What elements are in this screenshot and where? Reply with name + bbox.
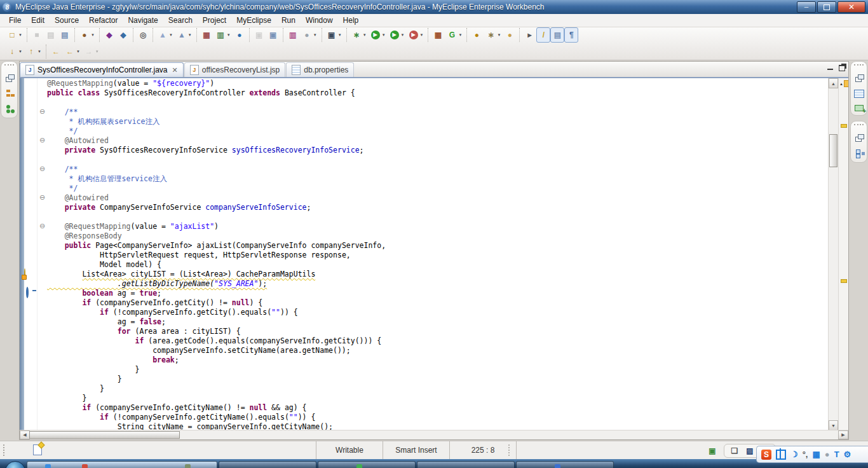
new-webservice-wizard-button[interactable]: ▲▼	[175, 27, 194, 43]
restore-window-icon[interactable]: ❏	[729, 446, 740, 456]
menu-edit[interactable]: Edit	[26, 15, 50, 26]
show-whitespace-button[interactable]: ¶	[564, 27, 578, 43]
taskbar-button-5[interactable]	[516, 461, 614, 468]
start-button[interactable]	[5, 461, 25, 468]
toolbar-search-button[interactable]: ∗▼	[484, 27, 503, 43]
package-explorer-view-icon[interactable]	[4, 88, 15, 99]
punctuation-icon[interactable]: °,	[803, 450, 808, 459]
vertical-scroll-thumb[interactable]	[829, 134, 837, 167]
menu-file[interactable]: File	[4, 15, 26, 26]
restore-view-group-2-icon[interactable]	[854, 133, 864, 143]
editor-tab[interactable]: db.properties	[286, 62, 354, 77]
settings-wrench-icon[interactable]: ⚙	[844, 450, 851, 459]
chinese-mode-icon[interactable]	[776, 450, 786, 460]
refresh-gradle-button[interactable]: G▼	[445, 27, 464, 43]
horizontal-scrollbar[interactable]: ◀ ▶	[20, 430, 848, 439]
vertical-scrollbar[interactable]: ▲ ▼	[828, 78, 838, 430]
folding-ruler[interactable]: ⊖⊖⊖⊖⊖	[37, 78, 47, 430]
restore-view-group-1-icon[interactable]	[854, 73, 864, 83]
fold-collapse-icon[interactable]: ⊖	[37, 221, 47, 231]
fullhalf-moon-icon[interactable]: ☽	[790, 450, 798, 459]
marker-ruler[interactable]	[24, 78, 37, 430]
minimize-button[interactable]: ─	[797, 1, 816, 13]
scroll-down-arrow-icon[interactable]: ▼	[829, 420, 838, 430]
menu-search[interactable]: Search	[163, 15, 198, 26]
export-archive-button[interactable]: ▣	[266, 27, 280, 43]
table-view-icon[interactable]	[854, 90, 864, 98]
open-artifact-button[interactable]: ●	[470, 27, 484, 43]
sync-deploy-button[interactable]: ▦	[200, 27, 214, 43]
show-view-menu-icon[interactable]: ▣	[707, 446, 717, 456]
taskbar-button-4[interactable]	[417, 461, 515, 468]
profile-button[interactable]: ▶▼	[407, 27, 426, 43]
warning-summary-icon[interactable]	[844, 80, 848, 87]
print-button[interactable]: ▤	[58, 27, 72, 43]
drag-handle[interactable]	[854, 64, 864, 67]
warning-marker[interactable]	[841, 279, 847, 283]
previous-annotation-button[interactable]: ↑▼	[24, 44, 43, 59]
fast-view-new-icon[interactable]	[33, 444, 42, 455]
maximize-button[interactable]	[817, 1, 836, 13]
run-external-tools-button[interactable]: ▸	[522, 27, 536, 43]
restore-fast-view-icon[interactable]	[4, 73, 15, 83]
snapshot-button[interactable]: ▣▼	[325, 27, 344, 43]
new-javaee-project-button[interactable]: ●▼	[78, 27, 97, 43]
web-2-0-button[interactable]: ◎	[136, 27, 150, 43]
menu-help[interactable]: Help	[338, 15, 364, 26]
scroll-up-arrow-icon[interactable]: ▲	[829, 78, 838, 88]
person-skin-icon[interactable]: ●	[825, 450, 830, 459]
taskbar-button-1[interactable]	[27, 461, 217, 468]
servers-view-icon[interactable]	[855, 105, 864, 111]
new-report-button[interactable]: ▥	[286, 27, 300, 43]
menu-navigate[interactable]: Navigate	[123, 15, 163, 26]
image-preview-icon[interactable]: ▨	[745, 446, 755, 456]
menu-myeclipse[interactable]: MyEclipse	[231, 15, 276, 26]
drag-handle[interactable]	[4, 64, 14, 67]
scroll-right-arrow-icon[interactable]: ▶	[838, 430, 848, 439]
save-button[interactable]: ■	[30, 27, 44, 43]
minimize-editor-icon[interactable]	[827, 67, 833, 70]
code-editor[interactable]: @RequestMapping(value = "${recovery}")pu…	[47, 78, 828, 430]
close-button[interactable]: ✕	[837, 1, 865, 13]
menu-run[interactable]: Run	[276, 15, 301, 26]
new-java-package-button[interactable]: ◆	[116, 27, 130, 43]
run-history-button[interactable]: ▶▼	[388, 27, 407, 43]
last-edit-location-button[interactable]: ←	[49, 44, 63, 59]
soft-keyboard-icon[interactable]: ▦	[812, 450, 820, 459]
skin-shirt-icon[interactable]: T	[834, 450, 839, 459]
horizontal-scroll-thumb[interactable]	[29, 431, 180, 439]
outline-view-icon[interactable]	[854, 148, 864, 158]
fold-collapse-icon[interactable]: ⊖	[37, 107, 47, 116]
forward-history-button[interactable]: →▼	[82, 44, 101, 59]
new-java-class-button[interactable]: ◆	[102, 27, 116, 43]
warning-marker[interactable]	[841, 124, 847, 128]
new-plugin-button[interactable]: ▦	[431, 27, 445, 43]
close-tab-icon[interactable]: ✕	[172, 67, 178, 74]
taskbar-button-2[interactable]	[219, 461, 316, 468]
key-marker-icon[interactable]	[26, 287, 29, 298]
type-hierarchy-view-icon[interactable]	[4, 104, 15, 114]
editor-tab[interactable]: JofficesRecoveryList.jsp	[184, 62, 286, 77]
back-history-button[interactable]: ←▼	[63, 44, 82, 59]
web-services-explorer-button[interactable]: ●▼	[300, 27, 319, 43]
show-selected-element-button[interactable]: ▤	[550, 27, 564, 43]
fold-collapse-icon[interactable]: ⊖	[37, 164, 47, 174]
drag-handle[interactable]	[854, 124, 864, 127]
run-button[interactable]: ▶▼	[369, 27, 388, 43]
fold-collapse-icon[interactable]: ⊖	[37, 193, 47, 202]
menu-source[interactable]: Source	[50, 15, 84, 26]
scroll-left-arrow-icon[interactable]: ◀	[20, 430, 30, 439]
debug-button[interactable]: ∗▼	[349, 27, 369, 43]
menu-window[interactable]: Window	[301, 15, 338, 26]
quickfix-warning-icon[interactable]	[24, 268, 25, 279]
open-resource-button[interactable]: ●	[503, 27, 517, 43]
maximize-editor-icon[interactable]	[839, 65, 845, 71]
new-wizard-button[interactable]: □▼	[5, 27, 24, 43]
web-browser-button[interactable]: ●	[233, 27, 247, 43]
fold-collapse-icon[interactable]: ⊖	[37, 135, 47, 145]
annotation-triangle-icon[interactable]: ▲	[839, 82, 843, 86]
import-archive-button[interactable]: ▣	[252, 27, 266, 43]
mark-occurrences-button[interactable]: /	[536, 27, 550, 43]
run-on-server-button[interactable]: ▥▼	[214, 27, 233, 43]
taskbar-button-3[interactable]	[318, 461, 416, 468]
